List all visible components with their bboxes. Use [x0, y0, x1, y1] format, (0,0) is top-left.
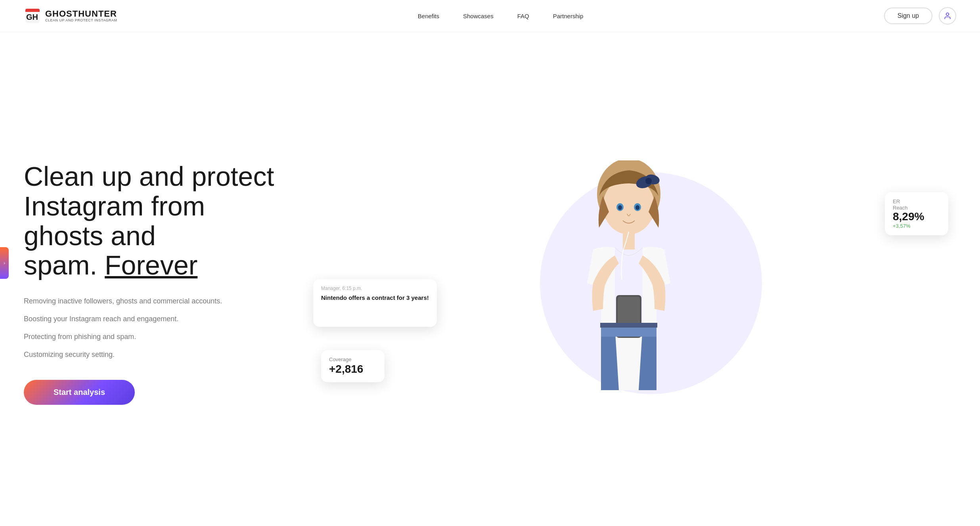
coverage-value: +2,816 — [329, 362, 377, 376]
user-icon — [944, 12, 951, 20]
message-from: Manager, 6:15 p.m. — [321, 286, 429, 291]
feature-item-1: Removing inactive followers, ghosts and … — [24, 296, 285, 307]
nav-item-faq[interactable]: FAQ — [517, 13, 529, 19]
header-actions: Sign up — [884, 7, 956, 25]
svg-rect-20 — [600, 323, 657, 328]
hero-title-forever: Forever — [105, 250, 197, 280]
logo-title: GHOSTHUNTER — [45, 10, 117, 18]
hero-title-line3: spam. — [24, 250, 105, 280]
hero-title: Clean up and protect Instagram from ghos… — [24, 162, 285, 280]
svg-point-14 — [618, 205, 622, 210]
nav-item-showcases[interactable]: Showcases — [463, 13, 494, 19]
features-list: Removing inactive followers, ghosts and … — [24, 296, 285, 360]
start-analysis-button[interactable]: Start analysis — [24, 380, 135, 405]
feature-item-2: Boosting your Instagram reach and engage… — [24, 314, 285, 324]
er-reach-card: ERReach 8,29% +3,57% — [885, 192, 948, 235]
hero-person-container — [553, 160, 704, 392]
svg-point-15 — [635, 205, 639, 210]
message-text: Nintendo offers a contract for 3 years! — [321, 293, 429, 302]
hero-left: Clean up and protect Instagram from ghos… — [24, 162, 301, 405]
header: GH GHOSTHUNTER CLEAN UP AND PROTECT INST… — [0, 0, 980, 32]
hero-right: ERReach 8,29% +3,57% Manager, 6:15 p.m. … — [301, 160, 956, 406]
logo[interactable]: GH GHOSTHUNTER CLEAN UP AND PROTECT INST… — [24, 7, 117, 25]
er-reach-label: ERReach — [893, 198, 940, 211]
hero-person-svg — [553, 160, 704, 390]
svg-text:GH: GH — [26, 13, 38, 21]
coverage-card: Coverage +2,816 — [321, 350, 385, 382]
main-content: Clean up and protect Instagram from ghos… — [0, 32, 980, 526]
signup-button[interactable]: Sign up — [884, 8, 932, 24]
main-nav: Benefits Showcases FAQ Partnership — [418, 13, 584, 19]
logo-text: GHOSTHUNTER CLEAN UP AND PROTECT INSTAGR… — [45, 10, 117, 22]
hero-title-line2: Instagram from ghosts and — [24, 191, 205, 251]
er-reach-change: +3,57% — [893, 223, 940, 229]
side-tab-arrow: › — [4, 260, 5, 266]
feature-item-4: Customizing security setting. — [24, 349, 285, 360]
feature-item-3: Protecting from phishing and spam. — [24, 332, 285, 342]
svg-point-5 — [946, 13, 949, 16]
logo-icon: GH — [24, 7, 41, 25]
nav-item-benefits[interactable]: Benefits — [418, 13, 439, 19]
coverage-label: Coverage — [329, 356, 377, 362]
nav-item-partnership[interactable]: Partnership — [553, 13, 584, 19]
logo-subtitle: CLEAN UP AND PROTECT INSTAGRAM — [45, 18, 117, 22]
side-tab[interactable]: › — [0, 247, 9, 279]
svg-point-11 — [645, 178, 652, 184]
user-icon-button[interactable] — [939, 7, 956, 25]
svg-rect-3 — [25, 10, 40, 12]
er-reach-value: 8,29% — [893, 211, 940, 223]
hero-title-line1: Clean up and protect — [24, 161, 274, 191]
message-card: Manager, 6:15 p.m. Nintendo offers a con… — [313, 279, 437, 327]
